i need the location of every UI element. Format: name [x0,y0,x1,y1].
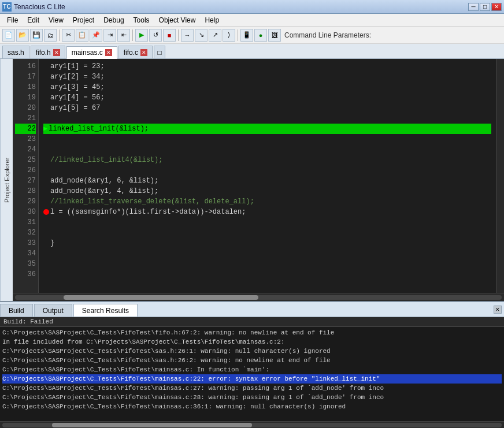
tab-close-fifo-c[interactable]: ✕ [140,49,147,56]
code-line-24 [43,144,491,155]
bottom-scrollbar[interactable] [0,421,504,428]
indent-button[interactable]: ⇥ [103,29,116,42]
output-line: C:\Projects\SASProject\C_Tests\FifoTest\… [2,393,502,402]
bottom-panel-close-btn[interactable]: ✕ [494,306,502,314]
code-line-25: //linked_list_init4(&list); [43,155,491,165]
tab-fifo-c[interactable]: fifo.c ✕ [118,46,153,58]
new-button[interactable]: 📄 [2,29,15,42]
save-button[interactable]: 💾 [30,29,43,42]
code-line-18: ary1[3] = 45; [43,82,491,92]
app-icon: TC [2,2,12,12]
tab-search-results-label: Search Results [82,307,129,315]
maximize-button[interactable]: □ [480,3,490,11]
new-tab-button[interactable]: □ [154,46,165,58]
bottom-content: Build: Failed C:\Projects\SASProject\C_T… [0,317,504,428]
code-line-20: ary1[5] = 67 [43,103,491,113]
step-button[interactable]: → [181,29,194,42]
bottom-tabs: Build Output Search Results ✕ [0,302,504,317]
code-editor[interactable]: 1617181920212223242526272829303132333435… [13,59,504,301]
paste-button[interactable]: 📌 [90,29,102,42]
unindent-button[interactable]: ⇤ [117,29,130,42]
code-line-26 [43,165,491,176]
tab-close-mainsas-c[interactable]: ✕ [105,49,112,56]
command-line-label: Command Line Parameters: [284,31,371,39]
project-explorer-label: Project Explorer [3,157,10,202]
editor-scrollbar-track[interactable] [15,295,502,300]
tab-output[interactable]: Output [34,304,72,317]
close-button[interactable]: ✕ [491,3,502,11]
code-line-34 [43,248,491,259]
new-tab-icon: □ [157,49,161,57]
code-line-36 [43,269,491,280]
menu-item-object-view[interactable]: Object View [154,15,201,25]
restart-button[interactable]: ↺ [149,29,162,42]
code-line-32 [43,228,491,238]
editor-hscrollbar[interactable] [13,293,504,301]
menu-item-edit[interactable]: Edit [23,15,44,25]
output-line: C:\Projects\SASProject\C_Tests\FifoTest\… [2,384,502,393]
green-button[interactable]: ● [254,29,267,42]
menu-item-file[interactable]: File [2,15,23,25]
code-line-30: l = ((sasmsginfo*)(list.first->data))->d… [43,207,491,217]
step-out-button[interactable]: ↗ [209,29,221,42]
output-line: C:\Projects\SASProject\C_Tests\FifoTest\… [2,356,502,365]
toolbar: 📄 📂 💾 🗂 ✂ 📋 📌 ⇥ ⇤ ▶ ↺ ■ → ↘ ↗ ⟩ 📱 ● 🖼 Co… [0,27,504,44]
code-line-35 [43,259,491,269]
code-content[interactable]: ary1[1] = 23; ary1[2] = 34; ary1[3] = 45… [39,59,496,293]
code-line-31 [43,217,491,228]
stop-button[interactable]: ■ [163,29,176,42]
tab-sas-h[interactable]: sas.h [2,46,29,58]
app-title: Tenacious C Lite [14,3,468,11]
cut-button[interactable]: ✂ [62,29,75,42]
output-lines: C:\Projects\SASProject\C_Tests\FifoTest\… [0,327,504,421]
toolbar-sep-1 [59,29,60,41]
breakpoint-marker [43,209,49,215]
step-into-button[interactable]: ↘ [195,29,207,42]
project-explorer-tab[interactable]: Project Explorer [0,59,13,301]
tab-build-label: Build [9,307,24,315]
editor-scrollbar-thumb[interactable] [64,295,258,300]
tab-fifo-h[interactable]: fifo.h ✕ [31,46,65,58]
img-button[interactable]: 🖼 [268,29,281,42]
build-status: Build: Failed [0,317,504,327]
minimize-button[interactable]: ─ [468,3,479,11]
copy-button[interactable]: 📋 [76,29,88,42]
tab-mainsas-c[interactable]: mainsas.c ✕ [66,46,117,59]
toolbar-sep-2 [132,29,133,41]
scrollbar-thumb[interactable] [52,423,252,427]
tab-search-results[interactable]: Search Results [73,304,138,317]
menu-item-help[interactable]: Help [200,15,224,25]
debug-button[interactable]: ⟩ [223,29,235,42]
output-line: C:\Projects\SASProject\C_Tests\FifoTest\… [2,374,502,384]
menu-item-project[interactable]: Project [68,15,99,25]
device-button[interactable]: 📱 [240,29,253,42]
vertical-scrollbar[interactable] [496,59,504,293]
output-line: C:\Projects\SASProject\C_Tests\FifoTest\… [2,365,502,374]
menu-item-view[interactable]: View [44,15,68,25]
output-line: C:\Projects\SASProject\C_Tests\FifoTest\… [2,328,502,337]
file-tabs: sas.h fifo.h ✕ mainsas.c ✕ fifo.c ✕ □ [0,44,504,59]
code-line-28: add_node(&ary1, 4, &list); [43,186,491,196]
execution-marker: ▶ [43,124,47,134]
menu-item-debug[interactable]: Debug [99,15,128,25]
code-line-23 [43,134,491,144]
tab-build[interactable]: Build [0,304,33,317]
scrollbar-track[interactable] [2,423,502,427]
save-all-button[interactable]: 🗂 [44,29,57,42]
tab-label-fifo-c: fifo.c [124,49,138,57]
code-line-16: ary1[1] = 23; [43,61,491,72]
tab-label-mainsas-c: mainsas.c [72,49,103,57]
menu-item-tools[interactable]: Tools [129,15,154,25]
output-line: In file included from C:\Projects\SASPro… [2,337,502,347]
tab-close-fifo-h[interactable]: ✕ [53,49,60,56]
output-line: C:\Projects\SASProject\C_Tests\FifoTest\… [2,402,502,411]
code-line-29: //linked_list_traverse_delete(&list, del… [43,196,491,207]
code-line-22: ▶ linked_list_init(&list); [43,124,491,134]
run-button[interactable]: ▶ [135,29,148,42]
code-line-21 [43,113,491,124]
toolbar-sep-3 [178,29,179,41]
open-button[interactable]: 📂 [16,29,29,42]
bottom-panel: Build Output Search Results ✕ Build: Fai… [0,301,504,428]
code-line-17: ary1[2] = 34; [43,72,491,82]
menubar: FileEditViewProjectDebugToolsObject View… [0,14,504,27]
